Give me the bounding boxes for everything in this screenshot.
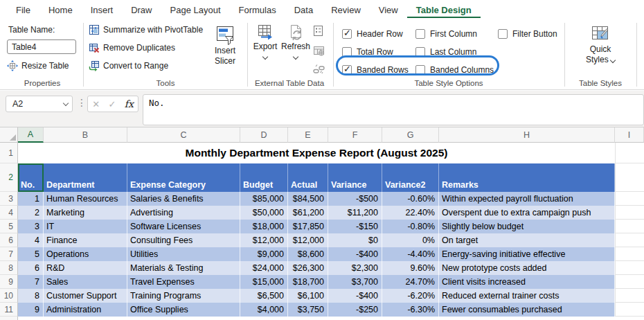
row-header[interactable]: 10 xyxy=(0,289,18,303)
column-header-g[interactable]: G xyxy=(382,127,439,143)
checkbox-header-row[interactable]: Header Row xyxy=(342,25,409,43)
cell[interactable]: -$400 xyxy=(328,247,382,261)
cell[interactable]: $12,000 xyxy=(240,233,288,247)
insert-function-icon[interactable]: fx xyxy=(125,98,134,109)
cell[interactable]: $9,000 xyxy=(240,247,288,261)
cell[interactable]: -6.20% xyxy=(382,289,439,303)
row-header[interactable]: 7 xyxy=(0,247,18,261)
table-header-cell[interactable]: Budget xyxy=(240,163,288,192)
formula-input[interactable]: No. xyxy=(143,94,644,125)
cell[interactable]: $61,200 xyxy=(288,206,328,220)
cell[interactable]: $4,000 xyxy=(240,303,288,317)
table-header-cell[interactable]: Expense Category xyxy=(127,163,240,192)
column-header-a[interactable]: A xyxy=(18,127,44,143)
cell[interactable]: $11,200 xyxy=(328,206,382,220)
cell[interactable]: $2,300 xyxy=(328,261,382,275)
cell[interactable]: $18,700 xyxy=(288,275,328,289)
empty-cell[interactable] xyxy=(615,233,644,247)
cell[interactable]: Sales xyxy=(44,275,127,289)
cell[interactable]: R&D xyxy=(44,261,127,275)
cell[interactable]: Finance xyxy=(44,233,127,247)
tab-review[interactable]: Review xyxy=(322,1,370,18)
cell[interactable]: Travel Expenses xyxy=(127,275,240,289)
empty-cell[interactable] xyxy=(615,247,644,261)
empty-cell[interactable] xyxy=(615,192,644,206)
cell[interactable]: $17,850 xyxy=(288,220,328,233)
checkbox-box-filter-button[interactable] xyxy=(498,29,508,39)
name-box[interactable]: A2 xyxy=(6,96,73,112)
empty-cell[interactable] xyxy=(615,275,644,289)
checkbox-box-header-row[interactable] xyxy=(342,29,352,39)
checkbox-first-column[interactable]: First Column xyxy=(415,25,494,43)
cell[interactable]: 0% xyxy=(382,233,439,247)
tab-draw[interactable]: Draw xyxy=(122,1,161,18)
cell[interactable]: On target xyxy=(439,233,615,247)
tab-table-design[interactable]: Table Design xyxy=(407,1,481,18)
row-header[interactable]: 2 xyxy=(0,163,18,192)
cell[interactable]: $3,700 xyxy=(328,275,382,289)
cell[interactable]: 24.70% xyxy=(382,275,439,289)
cell[interactable]: Client visits increased xyxy=(439,275,615,289)
cell[interactable]: Within expected payroll fluctuation xyxy=(439,192,615,206)
cell[interactable]: 6 xyxy=(18,261,44,275)
empty-cell[interactable] xyxy=(615,261,644,275)
cell[interactable]: -$250 xyxy=(328,303,382,317)
data-range-properties-icon[interactable] xyxy=(313,25,325,37)
cell[interactable]: -6.30% xyxy=(382,303,439,317)
cell[interactable]: Fewer consumables purchased xyxy=(439,303,615,317)
cell[interactable]: $85,000 xyxy=(240,192,288,206)
tab-insert[interactable]: Insert xyxy=(82,1,123,18)
column-header-c[interactable]: C xyxy=(127,127,240,143)
remove-duplicates-button[interactable]: Remove Duplicates xyxy=(89,42,175,53)
empty-cell[interactable] xyxy=(615,163,644,192)
empty-cell[interactable] xyxy=(615,143,644,163)
cell[interactable]: -$400 xyxy=(328,289,382,303)
cell[interactable]: Slightly below budget xyxy=(439,220,615,233)
insert-slicer-button[interactable]: Insert Slicer xyxy=(208,25,242,66)
cell[interactable]: Training Programs xyxy=(127,289,240,303)
column-header-i[interactable]: I xyxy=(615,127,644,143)
tab-home[interactable]: Home xyxy=(39,1,82,18)
cancel-icon[interactable]: ✕ xyxy=(92,99,100,109)
cell[interactable]: Marketing xyxy=(44,206,127,220)
cell[interactable]: $12,000 xyxy=(288,233,328,247)
column-header-d[interactable]: D xyxy=(240,127,288,143)
tab-view[interactable]: View xyxy=(370,1,407,18)
tab-formulas[interactable]: Formulas xyxy=(230,1,285,18)
checkbox-filter-button[interactable]: Filter Button xyxy=(498,25,557,43)
unlink-icon[interactable] xyxy=(313,64,325,77)
enter-icon[interactable]: ✓ xyxy=(108,99,116,109)
cell[interactable]: $0 xyxy=(328,233,382,247)
export-button[interactable]: Export xyxy=(251,24,280,59)
cell[interactable]: Reduced external trainer costs xyxy=(439,289,615,303)
cell[interactable]: 9 xyxy=(18,303,44,317)
cell[interactable]: $6,100 xyxy=(288,289,328,303)
cell[interactable]: Materials & Testing xyxy=(127,261,240,275)
cell[interactable]: Energy-saving initiative effective xyxy=(439,247,615,261)
tab-data[interactable]: Data xyxy=(285,1,322,18)
quick-styles-button[interactable]: Quick Styles xyxy=(569,24,632,65)
cell[interactable]: $26,300 xyxy=(288,261,328,275)
cell[interactable]: $6,500 xyxy=(240,289,288,303)
cell[interactable]: Consulting Fees xyxy=(127,233,240,247)
table-header-cell[interactable]: Remarks xyxy=(439,163,615,192)
resize-table-button[interactable]: Resize Table xyxy=(7,60,69,71)
table-header-cell[interactable]: Actual xyxy=(288,163,328,192)
cell[interactable]: 2 xyxy=(18,206,44,220)
checkbox-box-first-column[interactable] xyxy=(415,29,425,39)
cell[interactable]: 7 xyxy=(18,275,44,289)
cell[interactable]: $24,000 xyxy=(240,261,288,275)
column-header-b[interactable]: B xyxy=(44,127,127,143)
cell[interactable]: Operations xyxy=(44,247,127,261)
cell[interactable]: 4 xyxy=(18,233,44,247)
cell[interactable]: 22.40% xyxy=(382,206,439,220)
cell[interactable]: -4.40% xyxy=(382,247,439,261)
empty-cell[interactable] xyxy=(615,220,644,233)
cell[interactable]: 8 xyxy=(18,289,44,303)
empty-cell[interactable] xyxy=(615,289,644,303)
summarize-with-pivottable-button[interactable]: Summarize with PivotTable xyxy=(89,24,203,35)
row-header[interactable]: 1 xyxy=(0,143,18,163)
column-header-h[interactable]: H xyxy=(439,127,615,143)
refresh-button[interactable]: Refresh xyxy=(280,24,312,59)
cell[interactable]: Human Resources xyxy=(44,192,127,206)
